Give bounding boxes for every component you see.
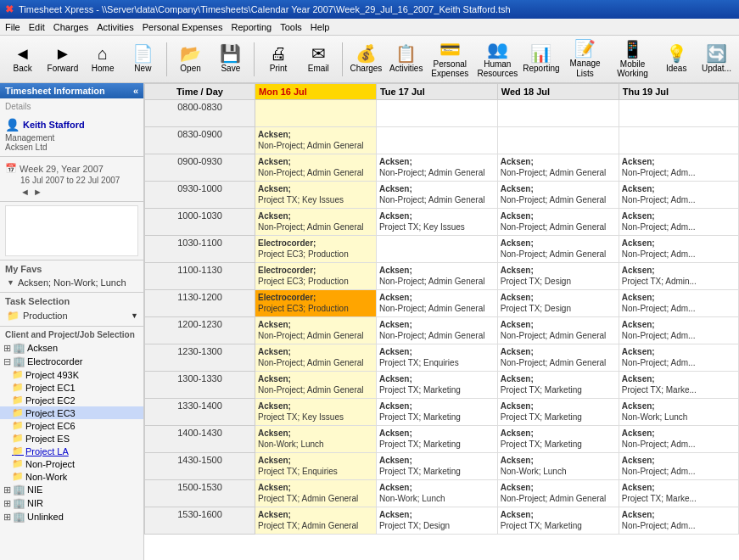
- menu-tools[interactable]: Tools: [280, 22, 302, 32]
- cal-cell-1130-1200-col2[interactable]: Acksen;Project TX; Design: [497, 290, 619, 317]
- cal-cell-1030-1100-col0[interactable]: Electrocorder;Project EC3; Production: [255, 236, 377, 263]
- back-button[interactable]: ◄ Back: [3, 39, 42, 80]
- cal-cell-1200-1230-col1[interactable]: Acksen;Non-Project; Admin General: [376, 317, 497, 344]
- cal-cell-0930-1000-col2[interactable]: Acksen;Non-Project; Admin General: [497, 182, 619, 209]
- cal-cell-1500-1530-col1[interactable]: Acksen;Non-Work; Lunch: [376, 480, 497, 507]
- cal-cell-0900-0930-col0[interactable]: Acksen;Non-Project; Admin General: [255, 154, 377, 182]
- cal-cell-1230-1300-col1[interactable]: Acksen;Project TX; Enquiries: [376, 344, 497, 372]
- cal-cell-0800-0830-col0[interactable]: [255, 100, 377, 127]
- tree-client-nie[interactable]: ⊞ 🏢 NIE: [0, 483, 143, 496]
- cal-cell-1230-1300-col0[interactable]: Acksen;Non-Project; Admin General: [255, 344, 377, 372]
- cal-cell-1000-1030-col3[interactable]: Acksen;Non-Project; Adm...: [619, 209, 738, 236]
- manage-lists-button[interactable]: 📝 Manage Lists: [563, 39, 608, 80]
- cal-cell-1530-1600-col2[interactable]: Acksen;Project TX; Marketing: [497, 507, 619, 535]
- cal-cell-1400-1430-col2[interactable]: Acksen;Project TX; Marketing: [497, 426, 619, 453]
- cal-cell-1400-1430-col1[interactable]: Acksen;Project TX; Marketing: [376, 426, 497, 453]
- next-week-btn[interactable]: ►: [33, 187, 42, 197]
- cal-cell-1000-1030-col0[interactable]: Acksen;Non-Project; Admin General: [255, 209, 377, 236]
- tree-client-electrocorder[interactable]: ⊟ 🏢 Electrocorder: [0, 355, 143, 368]
- cal-cell-1200-1230-col0[interactable]: Acksen;Non-Project; Admin General: [255, 317, 377, 344]
- cal-cell-1400-1430-col3[interactable]: Acksen;Non-Project; Adm...: [619, 426, 738, 453]
- cal-cell-1230-1300-col3[interactable]: Acksen;Non-Project; Adm...: [619, 344, 738, 372]
- cal-cell-1530-1600-col3[interactable]: Acksen;Non-Project; Adm...: [619, 507, 738, 535]
- cal-cell-1530-1600-col0[interactable]: Acksen;Project TX; Admin General: [255, 507, 377, 535]
- cal-cell-1500-1530-col0[interactable]: Acksen;Project TX; Admin General: [255, 480, 377, 507]
- save-button[interactable]: 💾 Save: [211, 39, 249, 80]
- tree-client-acksen[interactable]: ⊞ 🏢 Acksen: [0, 341, 143, 355]
- charges-button[interactable]: 💰 Charges: [347, 39, 385, 80]
- fav-item-lunch[interactable]: ▼ Acksen; Non-Work; Lunch: [0, 276, 143, 289]
- cal-cell-0830-0900-col0[interactable]: Acksen;Non-Project; Admin General: [255, 127, 377, 154]
- cal-cell-0800-0830-col3[interactable]: [619, 100, 738, 127]
- cal-cell-1100-1130-col0[interactable]: Electrocorder;Project EC3; Production: [255, 263, 377, 290]
- activities-button[interactable]: 📋 Activities: [387, 39, 425, 80]
- home-button[interactable]: ⌂ Home: [84, 39, 122, 80]
- forward-button[interactable]: ► Forward: [43, 39, 81, 80]
- cal-cell-1030-1100-col1[interactable]: [376, 236, 497, 263]
- hr-button[interactable]: 👥 HumanResources: [474, 39, 520, 80]
- cal-cell-1000-1030-col2[interactable]: Acksen;Non-Project; Admin General: [497, 209, 619, 236]
- cal-cell-1030-1100-col3[interactable]: Acksen;Non-Project; Adm...: [619, 236, 738, 263]
- task-production[interactable]: 📁 Production ▼: [0, 308, 143, 323]
- tree-project-ec1[interactable]: 📁 Project EC1: [0, 381, 143, 394]
- tree-project-es[interactable]: 📁 Project ES: [0, 432, 143, 445]
- open-button[interactable]: 📂 Open: [171, 39, 210, 80]
- update-button[interactable]: 🔄 Updat...: [697, 39, 736, 80]
- menu-edit[interactable]: Edit: [29, 22, 45, 32]
- menu-help[interactable]: Help: [311, 22, 330, 32]
- cal-cell-1300-1330-col0[interactable]: Acksen;Non-Project; Admin General: [255, 372, 377, 399]
- menu-reporting[interactable]: Reporting: [231, 22, 272, 32]
- cal-cell-0930-1000-col1[interactable]: Acksen;Non-Project; Admin General: [376, 182, 497, 209]
- cal-cell-1300-1330-col3[interactable]: Acksen;Project TX; Marke...: [619, 372, 738, 399]
- cal-cell-1000-1030-col1[interactable]: Acksen;Project TX; Key Issues: [376, 209, 497, 236]
- cal-cell-1330-1400-col0[interactable]: Acksen;Project TX; Key Issues: [255, 399, 377, 426]
- menu-activities[interactable]: Activities: [97, 22, 133, 32]
- cal-cell-0800-0830-col2[interactable]: [497, 100, 619, 127]
- cal-cell-1130-1200-col0[interactable]: Electrocorder;Project EC3; Production: [255, 290, 377, 317]
- cal-cell-1200-1230-col2[interactable]: Acksen;Non-Project; Admin General: [497, 317, 619, 344]
- menu-charges[interactable]: Charges: [53, 22, 89, 32]
- cal-cell-1200-1230-col3[interactable]: Acksen;Non-Project; Adm...: [619, 317, 738, 344]
- reporting-button[interactable]: 📊 Reporting: [522, 39, 560, 80]
- cal-cell-1130-1200-col3[interactable]: Acksen;Non-Project; Adm...: [619, 290, 738, 317]
- expenses-button[interactable]: 💳 PersonalExpenses: [427, 39, 473, 80]
- cal-cell-1300-1330-col2[interactable]: Acksen;Project TX; Marketing: [497, 372, 619, 399]
- cal-cell-1300-1330-col1[interactable]: Acksen;Project TX; Marketing: [376, 372, 497, 399]
- tree-client-nir[interactable]: ⊞ 🏢 NIR: [0, 496, 143, 510]
- cal-cell-0830-0900-col2[interactable]: [497, 127, 619, 154]
- cal-cell-0930-1000-col3[interactable]: Acksen;Non-Project; Adm...: [619, 182, 738, 209]
- cal-cell-0930-1000-col0[interactable]: Acksen;Project TX; Key Issues: [255, 182, 377, 209]
- new-button[interactable]: 📄 New: [124, 39, 162, 80]
- cal-cell-0830-0900-col3[interactable]: [619, 127, 738, 154]
- cal-cell-0900-0930-col2[interactable]: Acksen;Non-Project; Admin General: [497, 154, 619, 182]
- cal-cell-1430-1500-col2[interactable]: Acksen;Non-Work; Lunch: [497, 453, 619, 480]
- cal-cell-0830-0900-col1[interactable]: [376, 127, 497, 154]
- cal-cell-1400-1430-col0[interactable]: Acksen;Non-Work; Lunch: [255, 426, 377, 453]
- collapse-button[interactable]: «: [133, 86, 138, 96]
- tree-project-nonwork[interactable]: 📁 Non-Work: [0, 470, 143, 483]
- cal-cell-1330-1400-col2[interactable]: Acksen;Project TX; Marketing: [497, 399, 619, 426]
- menu-file[interactable]: File: [5, 22, 20, 32]
- cal-cell-1430-1500-col0[interactable]: Acksen;Project TX; Enquiries: [255, 453, 377, 480]
- cal-cell-0900-0930-col3[interactable]: Acksen;Non-Project; Adm...: [619, 154, 738, 182]
- cal-cell-1500-1530-col2[interactable]: Acksen;Non-Project; Admin General: [497, 480, 619, 507]
- mobile-working-button[interactable]: 📱 MobileWorking: [610, 39, 656, 80]
- cal-cell-1530-1600-col1[interactable]: Acksen;Project TX; Design: [376, 507, 497, 535]
- cal-cell-1230-1300-col2[interactable]: Acksen;Non-Project; Admin General: [497, 344, 619, 372]
- cal-cell-1330-1400-col3[interactable]: Acksen;Non-Work; Lunch: [619, 399, 738, 426]
- tree-project-493k[interactable]: 📁 Project 493K: [0, 368, 143, 381]
- cal-cell-1130-1200-col1[interactable]: Acksen;Non-Project; Admin General: [376, 290, 497, 317]
- cal-cell-1430-1500-col3[interactable]: Acksen;Non-Project; Adm...: [619, 453, 738, 480]
- menu-personal-expenses[interactable]: Personal Expenses: [143, 22, 223, 32]
- ideas-button[interactable]: 💡 Ideas: [658, 39, 696, 80]
- cal-cell-1030-1100-col2[interactable]: Acksen;Non-Project; Admin General: [497, 236, 619, 263]
- tree-project-ec3[interactable]: 📁 Project EC3: [0, 406, 143, 419]
- tree-project-nonproj[interactable]: 📁 Non-Project: [0, 457, 143, 470]
- cal-cell-1330-1400-col1[interactable]: Acksen;Project TX; Marketing: [376, 399, 497, 426]
- cal-cell-1100-1130-col2[interactable]: Acksen;Project TX; Design: [497, 263, 619, 290]
- cal-cell-0800-0830-col1[interactable]: [376, 100, 497, 127]
- tree-client-unlinked[interactable]: ⊞ 🏢 Unlinked: [0, 510, 143, 524]
- tree-project-ec2[interactable]: 📁 Project EC2: [0, 394, 143, 406]
- cal-cell-1500-1530-col3[interactable]: Acksen;Project TX; Marke...: [619, 480, 738, 507]
- print-button[interactable]: 🖨 Print: [259, 39, 297, 80]
